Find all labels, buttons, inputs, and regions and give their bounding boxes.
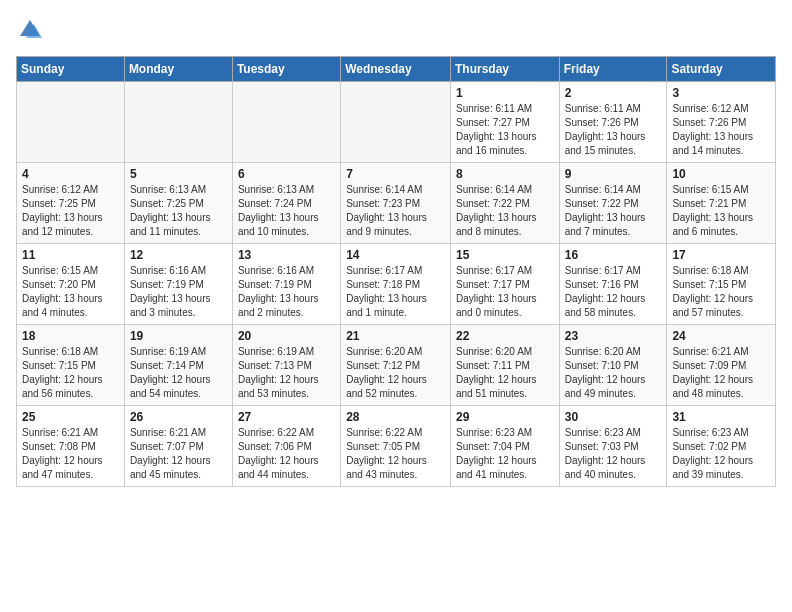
calendar-cell: 6Sunrise: 6:13 AM Sunset: 7:24 PM Daylig… <box>232 163 340 244</box>
day-number: 2 <box>565 86 662 100</box>
calendar-cell: 25Sunrise: 6:21 AM Sunset: 7:08 PM Dayli… <box>17 406 125 487</box>
day-detail: Sunrise: 6:14 AM Sunset: 7:23 PM Dayligh… <box>346 183 445 239</box>
day-number: 30 <box>565 410 662 424</box>
day-detail: Sunrise: 6:11 AM Sunset: 7:27 PM Dayligh… <box>456 102 554 158</box>
day-number: 27 <box>238 410 335 424</box>
day-number: 10 <box>672 167 770 181</box>
calendar-cell: 27Sunrise: 6:22 AM Sunset: 7:06 PM Dayli… <box>232 406 340 487</box>
day-detail: Sunrise: 6:20 AM Sunset: 7:10 PM Dayligh… <box>565 345 662 401</box>
week-row-2: 4Sunrise: 6:12 AM Sunset: 7:25 PM Daylig… <box>17 163 776 244</box>
day-detail: Sunrise: 6:13 AM Sunset: 7:25 PM Dayligh… <box>130 183 227 239</box>
week-row-5: 25Sunrise: 6:21 AM Sunset: 7:08 PM Dayli… <box>17 406 776 487</box>
day-number: 12 <box>130 248 227 262</box>
day-detail: Sunrise: 6:11 AM Sunset: 7:26 PM Dayligh… <box>565 102 662 158</box>
calendar-cell: 12Sunrise: 6:16 AM Sunset: 7:19 PM Dayli… <box>124 244 232 325</box>
calendar-cell: 19Sunrise: 6:19 AM Sunset: 7:14 PM Dayli… <box>124 325 232 406</box>
day-detail: Sunrise: 6:15 AM Sunset: 7:20 PM Dayligh… <box>22 264 119 320</box>
day-number: 14 <box>346 248 445 262</box>
calendar-cell <box>124 82 232 163</box>
weekday-header-monday: Monday <box>124 57 232 82</box>
calendar-cell <box>232 82 340 163</box>
calendar-cell: 3Sunrise: 6:12 AM Sunset: 7:26 PM Daylig… <box>667 82 776 163</box>
day-number: 29 <box>456 410 554 424</box>
day-number: 5 <box>130 167 227 181</box>
logo <box>16 16 48 44</box>
calendar-cell: 1Sunrise: 6:11 AM Sunset: 7:27 PM Daylig… <box>450 82 559 163</box>
day-detail: Sunrise: 6:17 AM Sunset: 7:16 PM Dayligh… <box>565 264 662 320</box>
day-number: 24 <box>672 329 770 343</box>
calendar-cell: 23Sunrise: 6:20 AM Sunset: 7:10 PM Dayli… <box>559 325 667 406</box>
calendar-cell: 30Sunrise: 6:23 AM Sunset: 7:03 PM Dayli… <box>559 406 667 487</box>
day-detail: Sunrise: 6:18 AM Sunset: 7:15 PM Dayligh… <box>672 264 770 320</box>
calendar-cell: 18Sunrise: 6:18 AM Sunset: 7:15 PM Dayli… <box>17 325 125 406</box>
logo-icon <box>16 16 44 44</box>
day-detail: Sunrise: 6:19 AM Sunset: 7:14 PM Dayligh… <box>130 345 227 401</box>
calendar-cell: 24Sunrise: 6:21 AM Sunset: 7:09 PM Dayli… <box>667 325 776 406</box>
calendar-cell: 5Sunrise: 6:13 AM Sunset: 7:25 PM Daylig… <box>124 163 232 244</box>
day-number: 8 <box>456 167 554 181</box>
calendar-cell: 22Sunrise: 6:20 AM Sunset: 7:11 PM Dayli… <box>450 325 559 406</box>
day-number: 11 <box>22 248 119 262</box>
day-number: 4 <box>22 167 119 181</box>
day-number: 15 <box>456 248 554 262</box>
day-detail: Sunrise: 6:22 AM Sunset: 7:06 PM Dayligh… <box>238 426 335 482</box>
calendar-cell: 16Sunrise: 6:17 AM Sunset: 7:16 PM Dayli… <box>559 244 667 325</box>
calendar-cell: 4Sunrise: 6:12 AM Sunset: 7:25 PM Daylig… <box>17 163 125 244</box>
calendar-cell: 8Sunrise: 6:14 AM Sunset: 7:22 PM Daylig… <box>450 163 559 244</box>
day-number: 6 <box>238 167 335 181</box>
day-detail: Sunrise: 6:23 AM Sunset: 7:03 PM Dayligh… <box>565 426 662 482</box>
calendar-cell: 14Sunrise: 6:17 AM Sunset: 7:18 PM Dayli… <box>341 244 451 325</box>
day-detail: Sunrise: 6:14 AM Sunset: 7:22 PM Dayligh… <box>565 183 662 239</box>
day-number: 26 <box>130 410 227 424</box>
day-number: 1 <box>456 86 554 100</box>
day-detail: Sunrise: 6:23 AM Sunset: 7:02 PM Dayligh… <box>672 426 770 482</box>
day-number: 20 <box>238 329 335 343</box>
day-detail: Sunrise: 6:16 AM Sunset: 7:19 PM Dayligh… <box>238 264 335 320</box>
day-number: 25 <box>22 410 119 424</box>
day-number: 23 <box>565 329 662 343</box>
weekday-header-wednesday: Wednesday <box>341 57 451 82</box>
day-detail: Sunrise: 6:17 AM Sunset: 7:17 PM Dayligh… <box>456 264 554 320</box>
calendar-cell: 28Sunrise: 6:22 AM Sunset: 7:05 PM Dayli… <box>341 406 451 487</box>
day-detail: Sunrise: 6:17 AM Sunset: 7:18 PM Dayligh… <box>346 264 445 320</box>
day-detail: Sunrise: 6:12 AM Sunset: 7:25 PM Dayligh… <box>22 183 119 239</box>
day-detail: Sunrise: 6:20 AM Sunset: 7:11 PM Dayligh… <box>456 345 554 401</box>
day-number: 31 <box>672 410 770 424</box>
page-header <box>16 16 776 44</box>
calendar-body: 1Sunrise: 6:11 AM Sunset: 7:27 PM Daylig… <box>17 82 776 487</box>
day-detail: Sunrise: 6:20 AM Sunset: 7:12 PM Dayligh… <box>346 345 445 401</box>
calendar-cell: 20Sunrise: 6:19 AM Sunset: 7:13 PM Dayli… <box>232 325 340 406</box>
day-number: 16 <box>565 248 662 262</box>
weekday-header-sunday: Sunday <box>17 57 125 82</box>
calendar-cell: 26Sunrise: 6:21 AM Sunset: 7:07 PM Dayli… <box>124 406 232 487</box>
weekday-header-friday: Friday <box>559 57 667 82</box>
day-number: 7 <box>346 167 445 181</box>
calendar-cell: 2Sunrise: 6:11 AM Sunset: 7:26 PM Daylig… <box>559 82 667 163</box>
day-detail: Sunrise: 6:22 AM Sunset: 7:05 PM Dayligh… <box>346 426 445 482</box>
week-row-4: 18Sunrise: 6:18 AM Sunset: 7:15 PM Dayli… <box>17 325 776 406</box>
day-detail: Sunrise: 6:21 AM Sunset: 7:08 PM Dayligh… <box>22 426 119 482</box>
calendar-cell: 15Sunrise: 6:17 AM Sunset: 7:17 PM Dayli… <box>450 244 559 325</box>
day-number: 21 <box>346 329 445 343</box>
day-detail: Sunrise: 6:12 AM Sunset: 7:26 PM Dayligh… <box>672 102 770 158</box>
day-detail: Sunrise: 6:13 AM Sunset: 7:24 PM Dayligh… <box>238 183 335 239</box>
day-number: 3 <box>672 86 770 100</box>
calendar-cell: 7Sunrise: 6:14 AM Sunset: 7:23 PM Daylig… <box>341 163 451 244</box>
day-detail: Sunrise: 6:18 AM Sunset: 7:15 PM Dayligh… <box>22 345 119 401</box>
day-number: 18 <box>22 329 119 343</box>
calendar-cell: 29Sunrise: 6:23 AM Sunset: 7:04 PM Dayli… <box>450 406 559 487</box>
calendar-cell: 9Sunrise: 6:14 AM Sunset: 7:22 PM Daylig… <box>559 163 667 244</box>
day-detail: Sunrise: 6:15 AM Sunset: 7:21 PM Dayligh… <box>672 183 770 239</box>
calendar-cell: 31Sunrise: 6:23 AM Sunset: 7:02 PM Dayli… <box>667 406 776 487</box>
day-detail: Sunrise: 6:14 AM Sunset: 7:22 PM Dayligh… <box>456 183 554 239</box>
calendar-cell <box>17 82 125 163</box>
day-detail: Sunrise: 6:21 AM Sunset: 7:07 PM Dayligh… <box>130 426 227 482</box>
calendar: SundayMondayTuesdayWednesdayThursdayFrid… <box>16 56 776 487</box>
calendar-cell: 17Sunrise: 6:18 AM Sunset: 7:15 PM Dayli… <box>667 244 776 325</box>
calendar-cell: 21Sunrise: 6:20 AM Sunset: 7:12 PM Dayli… <box>341 325 451 406</box>
calendar-cell: 11Sunrise: 6:15 AM Sunset: 7:20 PM Dayli… <box>17 244 125 325</box>
calendar-cell: 10Sunrise: 6:15 AM Sunset: 7:21 PM Dayli… <box>667 163 776 244</box>
day-number: 19 <box>130 329 227 343</box>
weekday-header-tuesday: Tuesday <box>232 57 340 82</box>
day-detail: Sunrise: 6:19 AM Sunset: 7:13 PM Dayligh… <box>238 345 335 401</box>
